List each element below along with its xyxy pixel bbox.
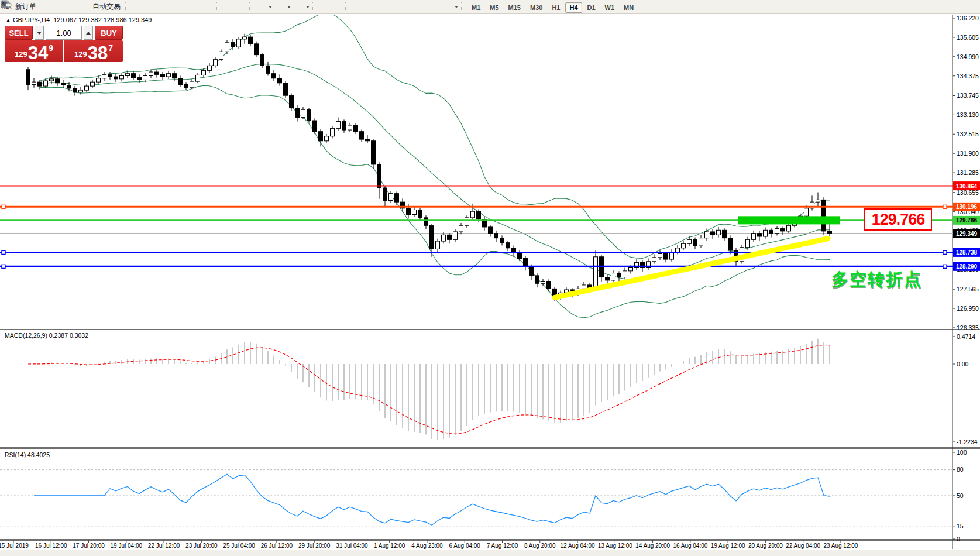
svg-text:15: 15 [957,523,964,530]
price-axis-ticks: 136.220135.605134.990134.375133.745133.1… [953,15,979,331]
indicators-icon[interactable] [293,1,305,13]
buy-price-display[interactable]: 129 38 7 [64,40,123,62]
line-handle [943,205,947,208]
vertical-line-tool-icon[interactable] [351,1,364,13]
green-highlight-box[interactable] [738,216,840,224]
bollinger-bands [40,13,830,318]
market-watch-icon[interactable] [53,1,66,13]
toolbar-separator [171,2,176,12]
trendline-tool-icon[interactable] [377,1,390,13]
rsi-axis: 1008050150 [953,449,967,543]
toolbar-separator [249,2,254,12]
period-clock-icon[interactable] [274,1,287,13]
svg-text:131.900: 131.900 [957,150,979,157]
svg-text:16 Aug 04:00: 16 Aug 04:00 [673,543,707,549]
svg-text:26 Jul 12:00: 26 Jul 12:00 [261,543,293,549]
svg-text:131.285: 131.285 [957,169,979,176]
svg-text:128.290: 128.290 [956,263,978,270]
price-callout-label[interactable]: 129.766 [864,208,932,231]
svg-text:134.375: 134.375 [957,73,979,80]
svg-text:0: 0 [957,536,960,543]
svg-text:129.349: 129.349 [956,231,978,237]
svg-text:126.950: 126.950 [957,305,979,312]
svg-text:7 Aug 12:00: 7 Aug 12:00 [487,543,518,549]
svg-text:19 Aug 12:00: 19 Aug 12:00 [711,543,745,549]
channel-tool-icon[interactable] [390,1,403,13]
period-dropdown-caret[interactable] [287,6,291,8]
green-box-layer[interactable] [738,216,840,224]
auto-trading-icon[interactable] [78,1,91,13]
tf-button-W1[interactable]: W1 [601,2,619,13]
fibonacci-tool-icon[interactable] [403,1,415,13]
buy-price-sup: 7 [108,43,113,53]
macd-pane [28,339,830,440]
tf-button-M5[interactable]: M5 [486,2,503,13]
svg-text:50: 50 [957,492,964,499]
time-axis[interactable]: 15 Jul 201916 Jul 12:0017 Jul 20:0019 Ju… [0,540,858,549]
bar-chart-icon[interactable] [131,1,144,13]
svg-text:136.220: 136.220 [957,15,979,22]
new-chart-dropdown-caret[interactable] [269,6,272,8]
svg-text:12 Aug 04:00: 12 Aug 04:00 [561,543,595,549]
tf-button-M15[interactable]: M15 [504,2,525,13]
text-label-tool-icon[interactable]: T [428,1,441,13]
sell-price-display[interactable]: 129 34 9 [5,40,64,62]
line-chart-icon[interactable] [157,1,170,13]
tf-button-MN[interactable]: MN [620,2,638,13]
volume-input[interactable] [46,26,82,40]
arrows-dropdown-caret[interactable] [455,6,458,8]
buy-button[interactable]: BUY [95,26,123,40]
sell-button[interactable]: SELL [5,26,33,40]
tf-button-H4[interactable]: H4 [565,2,582,13]
tf-button-M1[interactable]: M1 [467,2,484,13]
line-handle [2,265,5,268]
turning-point-annotation[interactable]: 多空转折点 [831,268,922,291]
level-line-130.864[interactable]: 130.864 [0,181,980,190]
svg-text:23 Aug 12:00: 23 Aug 12:00 [823,543,858,549]
svg-text:135.605: 135.605 [957,34,979,41]
candlestick-chart-icon[interactable] [144,1,157,13]
svg-text:16 Jul 12:00: 16 Jul 12:00 [35,543,67,549]
search-icon[interactable] [950,1,962,13]
indicators-dropdown-caret[interactable] [306,6,310,8]
horizontal-line-tool-icon[interactable] [364,1,377,13]
window-marker-icon[interactable]: ▲ [6,18,11,23]
auto-trading-label[interactable]: 自动交易 [92,2,121,12]
arrows-tool-icon[interactable] [441,1,454,13]
auto-scroll-icon[interactable] [222,1,235,13]
volume-increase-button[interactable] [84,26,93,40]
svg-text:130.864: 130.864 [956,183,978,190]
svg-text:133.130: 133.130 [957,111,979,118]
tf-button-H1[interactable]: H1 [548,2,564,13]
zoom-in-icon[interactable] [177,1,190,13]
tf-button-D1[interactable]: D1 [583,2,600,13]
toolbar-separator [216,2,221,12]
cursor-icon[interactable] [318,1,331,13]
svg-text:29 Jul 20:00: 29 Jul 20:00 [298,543,331,549]
chart-shift-icon[interactable] [235,1,248,13]
rsi-line [34,474,830,525]
chat-icon[interactable] [962,1,975,13]
svg-text:129.766: 129.766 [956,217,978,224]
text-tool-icon[interactable]: A [415,1,428,13]
navigator-icon[interactable] [66,1,78,13]
svg-text:127.565: 127.565 [957,286,979,293]
svg-text:20 Aug 20:00: 20 Aug 20:00 [748,543,783,549]
level-line-130.196[interactable]: 130.196 [0,203,980,211]
line-handle [943,250,947,254]
volume-decrease-button[interactable] [35,26,44,40]
new-order-label[interactable]: 新订单 [15,2,36,12]
chart-profiles-icon[interactable] [40,1,53,13]
tile-windows-icon[interactable] [202,1,215,13]
svg-text:133.745: 133.745 [957,92,979,99]
current-price-tag: 129.349 [953,229,980,238]
candles-layer [26,34,832,301]
sell-price-prefix: 129 [15,50,27,59]
toolbar-separator [345,2,350,12]
level-line-128.738[interactable]: 128.738 [0,248,980,257]
svg-text:134.990: 134.990 [957,53,979,60]
tf-button-M30[interactable]: M30 [526,2,546,13]
crosshair-icon[interactable] [331,1,344,13]
new-chart-icon[interactable] [255,1,268,13]
zoom-out-icon[interactable] [190,1,202,13]
